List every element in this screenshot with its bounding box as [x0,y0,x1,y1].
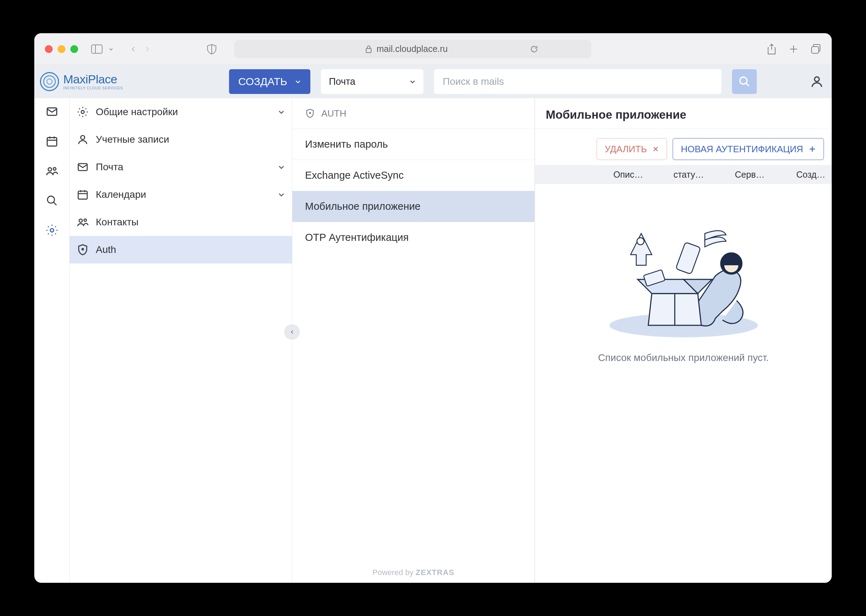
person-icon [77,134,89,146]
column-header[interactable]: Серв… [714,170,765,180]
sidebar-item-accounts[interactable]: Учетные записи [69,126,292,153]
chevron-down-icon [278,163,285,171]
mail-icon [77,161,89,173]
svg-rect-5 [812,47,819,53]
sidebar-item-label: Учетные записи [96,134,169,145]
browser-toolbar: mail.cloudplace.ru [34,33,832,65]
app-rail [34,98,69,583]
svg-point-26 [79,219,82,222]
empty-state-illustration [592,212,776,339]
brand-tagline: INFINITELY CLOUD SERVICES [63,86,123,90]
svg-point-41 [637,238,644,245]
column-header[interactable]: Созд… [775,170,825,180]
rail-search[interactable] [45,193,59,208]
lock-icon [365,45,372,53]
svg-point-27 [84,219,87,222]
app-header: MaxiPlace INFINITELY CLOUD SERVICES СОЗД… [34,65,832,98]
auth-item-label: Exchange ActiveSync [305,170,404,181]
sidebar-item-calendar[interactable]: Календари [69,181,292,208]
svg-line-17 [54,202,57,205]
new-tab-button[interactable] [789,44,798,54]
svg-line-7 [746,83,749,86]
auth-item-label: Мобильное приложение [305,201,420,212]
rail-calendar[interactable] [45,134,59,148]
brand-name: MaxiPlace [63,73,123,85]
new-auth-button[interactable]: НОВАЯ АУТЕНТИФИКАЦИЯ [673,138,824,160]
sidebar-item-contacts[interactable]: Контакты [69,208,292,236]
svg-point-28 [82,248,83,250]
browser-back-button[interactable] [131,46,136,52]
empty-state-text: Список мобильных приложений пуст. [598,352,769,363]
auth-item-mobile-app[interactable]: Мобильное приложение [292,191,534,222]
chevron-down-icon [278,108,285,115]
safari-sidebar-menu-chevron[interactable] [109,47,113,52]
rail-contacts[interactable] [45,164,59,178]
delete-button[interactable]: УДАЛИТЬ [597,138,668,160]
sidebar-item-label: Почта [96,162,123,173]
chevron-down-icon [409,79,416,85]
search-scope-select[interactable]: Почта [321,69,424,94]
auth-item-label: OTP Аутентификация [305,232,409,244]
settings-nav: Общие настройки Учетные записи Почта Кал… [69,98,292,583]
svg-rect-2 [366,49,371,53]
svg-point-8 [814,77,819,82]
share-button[interactable] [767,44,776,55]
chevron-down-icon [295,79,301,85]
empty-state: Список мобильных приложений пуст. [535,184,832,583]
privacy-shield-icon[interactable] [207,44,217,54]
content-area: Мобильное приложение УДАЛИТЬ НОВАЯ АУТЕН… [535,98,832,583]
svg-point-29 [309,112,311,114]
column-header[interactable]: Опис… [542,170,643,180]
auth-item-eas[interactable]: Exchange ActiveSync [292,160,534,191]
create-button[interactable]: СОЗДАТЬ [229,69,310,94]
account-menu-button[interactable] [810,74,824,89]
url-bar[interactable]: mail.cloudplace.ru [235,40,591,58]
rail-mail[interactable] [45,105,59,119]
shield-icon [77,244,89,256]
table-header: Опис… стату… Серв… Созд… [535,165,832,184]
svg-point-16 [47,196,54,203]
zoom-window-button[interactable] [70,45,78,53]
svg-point-18 [50,228,54,232]
minimize-window-button[interactable] [58,45,65,53]
url-text: mail.cloudplace.ru [376,44,448,54]
rail-settings[interactable] [45,223,59,237]
sidebar-item-label: Auth [96,244,116,255]
svg-rect-40 [675,242,701,275]
auth-sub-panel: AUTH Изменить пароль Exchange ActiveSync… [292,98,535,583]
safari-sidebar-toggle[interactable] [91,44,103,54]
search-icon [738,75,750,88]
svg-point-20 [80,136,85,140]
shield-icon [305,108,315,118]
window-controls [45,45,78,53]
auth-item-otp[interactable]: OTP Аутентификация [292,222,534,253]
sidebar-item-auth[interactable]: Auth [69,236,292,264]
sidebar-item-label: Общие настройки [96,106,178,118]
close-icon [652,146,659,152]
powered-by: Powered by ZEXTRAS [292,568,534,577]
chevron-down-icon [278,191,285,198]
content-title: Мобильное приложение [535,98,832,129]
close-window-button[interactable] [45,45,53,53]
search-button[interactable] [732,69,757,94]
svg-rect-22 [78,191,87,199]
auth-item-change-password[interactable]: Изменить пароль [292,129,534,160]
search-input[interactable] [434,69,721,94]
brand-logo[interactable]: MaxiPlace INFINITELY CLOUD SERVICES [38,72,123,91]
sidebar-item-general[interactable]: Общие настройки [69,98,292,126]
svg-point-14 [48,168,52,171]
plus-icon [809,146,816,152]
auth-panel-header: AUTH [292,98,534,129]
search-scope-label: Почта [329,76,355,87]
browser-forward-button[interactable] [145,46,150,52]
column-header[interactable]: стату… [653,170,704,180]
show-tabs-button[interactable] [811,44,821,54]
svg-point-6 [740,77,747,84]
reload-button[interactable] [530,45,538,53]
gear-icon [77,106,89,118]
sidebar-item-label: Календари [96,189,146,200]
sidebar-item-mail[interactable]: Почта [69,153,292,181]
svg-point-15 [53,167,56,170]
svg-point-19 [81,110,85,114]
person-icon [810,74,824,89]
